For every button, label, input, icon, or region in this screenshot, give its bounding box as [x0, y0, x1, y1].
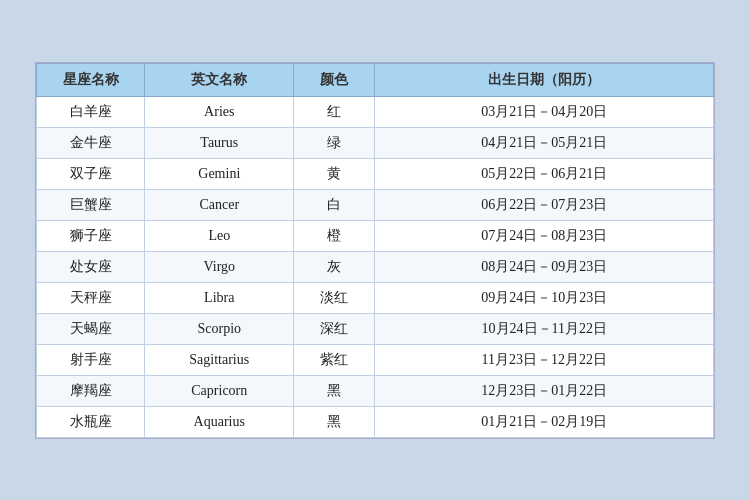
cell-english: Cancer: [145, 189, 294, 220]
cell-english: Libra: [145, 282, 294, 313]
cell-chinese: 天秤座: [37, 282, 145, 313]
cell-color: 黑: [294, 406, 375, 437]
table-row: 天秤座Libra淡红09月24日－10月23日: [37, 282, 714, 313]
cell-color: 橙: [294, 220, 375, 251]
table-row: 金牛座Taurus绿04月21日－05月21日: [37, 127, 714, 158]
header-chinese: 星座名称: [37, 63, 145, 96]
cell-english: Scorpio: [145, 313, 294, 344]
cell-chinese: 双子座: [37, 158, 145, 189]
cell-color: 红: [294, 96, 375, 127]
cell-english: Sagittarius: [145, 344, 294, 375]
cell-chinese: 射手座: [37, 344, 145, 375]
cell-english: Leo: [145, 220, 294, 251]
cell-date: 01月21日－02月19日: [375, 406, 714, 437]
cell-date: 10月24日－11月22日: [375, 313, 714, 344]
cell-chinese: 处女座: [37, 251, 145, 282]
cell-english: Gemini: [145, 158, 294, 189]
cell-color: 黄: [294, 158, 375, 189]
cell-date: 04月21日－05月21日: [375, 127, 714, 158]
cell-english: Capricorn: [145, 375, 294, 406]
table-row: 摩羯座Capricorn黑12月23日－01月22日: [37, 375, 714, 406]
table-header-row: 星座名称 英文名称 颜色 出生日期（阳历）: [37, 63, 714, 96]
table-row: 处女座Virgo灰08月24日－09月23日: [37, 251, 714, 282]
table-row: 白羊座Aries红03月21日－04月20日: [37, 96, 714, 127]
header-english: 英文名称: [145, 63, 294, 96]
cell-color: 白: [294, 189, 375, 220]
cell-date: 05月22日－06月21日: [375, 158, 714, 189]
cell-date: 11月23日－12月22日: [375, 344, 714, 375]
cell-color: 深红: [294, 313, 375, 344]
cell-color: 紫红: [294, 344, 375, 375]
cell-date: 03月21日－04月20日: [375, 96, 714, 127]
cell-english: Virgo: [145, 251, 294, 282]
cell-date: 12月23日－01月22日: [375, 375, 714, 406]
cell-english: Aquarius: [145, 406, 294, 437]
zodiac-table-container: 星座名称 英文名称 颜色 出生日期（阳历） 白羊座Aries红03月21日－04…: [35, 62, 715, 439]
cell-color: 黑: [294, 375, 375, 406]
cell-color: 淡红: [294, 282, 375, 313]
table-row: 狮子座Leo橙07月24日－08月23日: [37, 220, 714, 251]
header-date: 出生日期（阳历）: [375, 63, 714, 96]
cell-date: 09月24日－10月23日: [375, 282, 714, 313]
header-color: 颜色: [294, 63, 375, 96]
table-row: 双子座Gemini黄05月22日－06月21日: [37, 158, 714, 189]
cell-chinese: 金牛座: [37, 127, 145, 158]
cell-color: 灰: [294, 251, 375, 282]
cell-english: Aries: [145, 96, 294, 127]
cell-english: Taurus: [145, 127, 294, 158]
cell-chinese: 水瓶座: [37, 406, 145, 437]
cell-chinese: 狮子座: [37, 220, 145, 251]
cell-chinese: 巨蟹座: [37, 189, 145, 220]
cell-date: 07月24日－08月23日: [375, 220, 714, 251]
zodiac-table: 星座名称 英文名称 颜色 出生日期（阳历） 白羊座Aries红03月21日－04…: [36, 63, 714, 438]
cell-chinese: 摩羯座: [37, 375, 145, 406]
cell-date: 06月22日－07月23日: [375, 189, 714, 220]
table-row: 射手座Sagittarius紫红11月23日－12月22日: [37, 344, 714, 375]
cell-date: 08月24日－09月23日: [375, 251, 714, 282]
table-row: 巨蟹座Cancer白06月22日－07月23日: [37, 189, 714, 220]
cell-chinese: 白羊座: [37, 96, 145, 127]
cell-chinese: 天蝎座: [37, 313, 145, 344]
cell-color: 绿: [294, 127, 375, 158]
table-row: 天蝎座Scorpio深红10月24日－11月22日: [37, 313, 714, 344]
table-row: 水瓶座Aquarius黑01月21日－02月19日: [37, 406, 714, 437]
